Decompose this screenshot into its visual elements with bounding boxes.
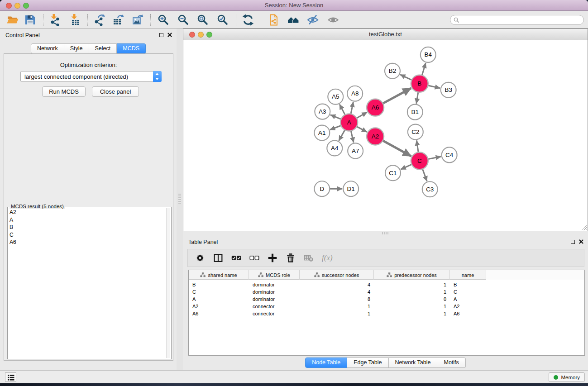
graph-node-c3[interactable]: C3 xyxy=(422,181,438,197)
close-panel-button[interactable]: Close panel xyxy=(92,86,139,97)
close-panel-icon[interactable] xyxy=(167,33,172,37)
save-session-button[interactable] xyxy=(24,14,36,26)
first-neighbors-button[interactable] xyxy=(287,14,300,26)
table-cell[interactable]: A2 xyxy=(450,304,486,309)
tab-style[interactable]: Style xyxy=(64,43,89,54)
graph-node-d1[interactable]: D1 xyxy=(343,181,359,196)
mcds-result-item[interactable]: C xyxy=(10,231,165,239)
open-session-button[interactable] xyxy=(6,14,19,26)
float-panel-icon[interactable] xyxy=(159,33,163,37)
column-header-predecessor-nodes[interactable]: predecessor nodes xyxy=(374,270,450,280)
graph-node-a4[interactable]: A4 xyxy=(327,140,342,156)
mcds-result-item[interactable]: B xyxy=(10,224,165,231)
network-graph[interactable]: B4B2BB3A5A8A6B1A3AC2A1A2A4A7C4CC1C3DD1 xyxy=(183,41,588,231)
export-image-button[interactable] xyxy=(131,14,144,26)
minimize-network-button[interactable] xyxy=(198,32,204,38)
close-panel-icon[interactable] xyxy=(579,239,583,244)
table-cell[interactable]: 1 xyxy=(374,282,450,287)
table-settings-button[interactable] xyxy=(194,252,206,264)
graph-node-d[interactable]: D xyxy=(314,181,330,196)
mcds-result-item[interactable]: A2 xyxy=(10,209,165,216)
graph-node-c1[interactable]: C1 xyxy=(385,165,401,181)
table-cell[interactable]: A2 xyxy=(189,304,249,309)
table-cell[interactable]: B xyxy=(450,282,486,287)
export-network-button[interactable] xyxy=(93,14,105,26)
graph-node-b2[interactable]: B2 xyxy=(385,63,400,79)
table-cell[interactable]: 0 xyxy=(374,296,450,302)
network-window-titlebar[interactable]: testGlobe.txt xyxy=(183,29,588,40)
table-cell[interactable]: connector xyxy=(249,311,300,316)
tab-network-table[interactable]: Network Table xyxy=(389,357,438,368)
graph-node-a[interactable]: A xyxy=(340,114,358,131)
graph-node-c4[interactable]: C4 xyxy=(442,147,457,162)
delete-columns-button[interactable] xyxy=(285,252,296,264)
memory-button[interactable]: Memory xyxy=(549,372,585,382)
graph-node-a2[interactable]: A2 xyxy=(367,128,384,145)
table-cell[interactable]: dominator xyxy=(249,289,300,295)
zoom-network-button[interactable] xyxy=(206,32,212,38)
mcds-result-item[interactable]: A6 xyxy=(10,238,165,246)
table-row[interactable]: A6connector11A6 xyxy=(189,310,584,317)
table-cell[interactable]: C xyxy=(189,289,249,295)
table-cell[interactable]: C xyxy=(450,289,486,295)
graph-node-b1[interactable]: B1 xyxy=(407,105,423,120)
table-cell[interactable]: 4 xyxy=(300,289,374,295)
table-cell[interactable]: 1 xyxy=(374,311,450,316)
zoom-out-button[interactable] xyxy=(177,14,190,26)
horizontal-split-divider[interactable] xyxy=(183,231,588,235)
column-header-successor-nodes[interactable]: successor nodes xyxy=(300,270,374,280)
graph-node-b[interactable]: B xyxy=(411,75,428,92)
zoom-window-button[interactable] xyxy=(23,3,29,9)
search-field[interactable] xyxy=(450,15,584,25)
add-column-button[interactable] xyxy=(267,252,278,264)
zoom-selected-button[interactable] xyxy=(216,14,229,26)
table-cell[interactable]: 1 xyxy=(300,304,374,309)
graph-node-a5[interactable]: A5 xyxy=(328,89,343,105)
divider-grip[interactable] xyxy=(382,232,389,234)
delete-table-button[interactable] xyxy=(303,252,315,264)
hide-selected-button[interactable] xyxy=(306,14,319,26)
optimization-criterion-select[interactable]: largest connected component (directed) xyxy=(20,71,162,82)
run-mcds-button[interactable]: Run MCDS xyxy=(42,86,86,97)
tab-edge-table[interactable]: Edge Table xyxy=(347,357,388,368)
table-cell[interactable]: A6 xyxy=(450,311,486,316)
column-header-name[interactable]: name xyxy=(450,270,486,280)
graph-node-a8[interactable]: A8 xyxy=(347,86,363,101)
tab-mcds[interactable]: MCDS xyxy=(117,43,146,54)
graph-node-c[interactable]: C xyxy=(411,152,428,169)
graph-node-a7[interactable]: A7 xyxy=(348,143,363,158)
mcds-result-list[interactable]: A2ABCA6 xyxy=(10,209,165,358)
table-cell[interactable]: A xyxy=(189,296,249,302)
table-row[interactable]: Adominator80A xyxy=(189,295,584,303)
divider-grip[interactable] xyxy=(178,194,181,204)
graph-node-a6[interactable]: A6 xyxy=(367,99,384,116)
table-cell[interactable]: 4 xyxy=(300,282,374,287)
import-table-button[interactable] xyxy=(69,14,81,26)
tab-motifs[interactable]: Motifs xyxy=(437,357,465,368)
table-cell[interactable]: 1 xyxy=(374,304,450,309)
graph-node-b3[interactable]: B3 xyxy=(441,82,456,98)
table-cell[interactable]: 1 xyxy=(374,289,450,295)
close-network-button[interactable] xyxy=(189,32,195,38)
column-header-mcds-role[interactable]: MCDS role xyxy=(249,270,300,280)
table-cell[interactable]: A xyxy=(450,296,486,302)
table-cell[interactable]: dominator xyxy=(249,296,300,302)
network-canvas[interactable]: B4B2BB3A5A8A6B1A3AC2A1A2A4A7C4CC1C3DD1 xyxy=(183,41,588,231)
float-panel-icon[interactable] xyxy=(571,240,575,244)
graph-node-c2[interactable]: C2 xyxy=(408,124,423,140)
tab-select[interactable]: Select xyxy=(89,43,117,54)
graph-node-b4[interactable]: B4 xyxy=(421,47,436,62)
close-window-button[interactable] xyxy=(6,3,12,9)
minimize-window-button[interactable] xyxy=(14,3,20,9)
deselect-all-button[interactable] xyxy=(249,252,260,264)
tab-network[interactable]: Network xyxy=(31,43,64,54)
graph-node-a1[interactable]: A1 xyxy=(314,125,330,141)
table-row[interactable]: A2connector11A2 xyxy=(189,303,584,310)
tab-node-table[interactable]: Node Table xyxy=(305,357,347,368)
search-input[interactable] xyxy=(459,16,583,24)
import-network-button[interactable] xyxy=(48,14,61,26)
column-header-shared-name[interactable]: shared name xyxy=(189,270,249,280)
table-cell[interactable]: 8 xyxy=(300,296,374,302)
table-cell[interactable]: A6 xyxy=(189,311,249,316)
show-all-button[interactable] xyxy=(327,14,339,26)
